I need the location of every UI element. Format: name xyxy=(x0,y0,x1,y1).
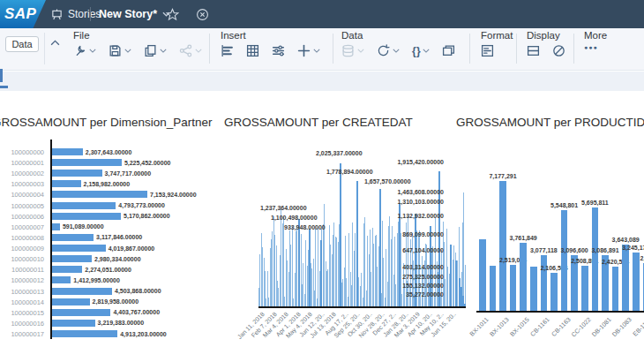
chart1-bar[interactable] xyxy=(52,298,90,305)
chart1-bar[interactable] xyxy=(52,213,121,220)
chart3-bar[interactable] xyxy=(479,239,486,311)
chart1-bar[interactable] xyxy=(52,245,106,252)
plus-icon xyxy=(297,44,311,57)
chart1-category-label: 100000009 xyxy=(4,245,44,253)
chart3-data-label: 3,086,891 xyxy=(591,247,618,253)
copy-button[interactable] xyxy=(144,44,167,57)
chart3-bar[interactable] xyxy=(541,255,548,311)
chart2-peak-bar[interactable] xyxy=(320,240,322,306)
chart1-bar[interactable] xyxy=(52,320,95,327)
chart2-bar[interactable] xyxy=(283,217,284,306)
chart3-bar[interactable] xyxy=(520,243,527,311)
favorite-button[interactable] xyxy=(166,8,179,21)
clipped-canvas-element-underline xyxy=(0,86,8,88)
chart3-bar[interactable] xyxy=(581,266,588,311)
toolbar-divider xyxy=(44,33,45,64)
chart2-data-label: 1,237,364.00000 xyxy=(260,205,307,211)
chevron-down-icon xyxy=(89,49,96,53)
chart1-data-label: 4,913,203.00000 xyxy=(120,331,167,337)
chart2-peak-bar[interactable] xyxy=(464,304,466,306)
chart1-data-label: 2,274,051.00000 xyxy=(85,267,131,273)
duplicate-window-button[interactable] xyxy=(442,44,455,57)
ellipsis-button[interactable]: ●●● xyxy=(584,44,598,50)
chart1-data-label: 5,170,862.00000 xyxy=(124,213,170,219)
script-braces-icon: { } xyxy=(412,45,420,57)
chevron-down-icon xyxy=(195,49,202,53)
chart1-bar[interactable] xyxy=(52,170,102,177)
chart1-bar[interactable] xyxy=(52,330,117,337)
chart1-bar[interactable] xyxy=(52,309,110,316)
chart1-bar[interactable] xyxy=(52,234,94,241)
chart1-data-label: 4,403,767.00000 xyxy=(113,309,160,315)
chart3-x-tick: DB-1081 xyxy=(590,316,611,337)
chart1-bar[interactable] xyxy=(52,223,60,230)
chart1-bar[interactable] xyxy=(52,191,147,198)
chart1-category-label: 100000012 xyxy=(4,276,44,284)
chart3-bar[interactable] xyxy=(633,253,640,311)
chart1-bar[interactable] xyxy=(52,202,116,209)
chart1-data-label: 2,980,334.00000 xyxy=(94,256,141,262)
chart3-bar[interactable] xyxy=(561,210,568,311)
chart3-bar[interactable] xyxy=(499,181,506,311)
refresh-button[interactable] xyxy=(377,44,400,57)
chart1-bar[interactable] xyxy=(52,159,122,166)
chart3-x-tick: BX-1013 xyxy=(489,316,510,337)
chart-button[interactable] xyxy=(221,44,234,57)
chart2-peak-bar[interactable] xyxy=(455,260,457,306)
story-toolbar: Data FileInsertData{ }FormatDisplayMore●… xyxy=(0,28,644,71)
chart1-category-label: 100000011 xyxy=(4,266,44,274)
chart3-bar[interactable] xyxy=(550,273,558,311)
examine-button[interactable] xyxy=(552,44,565,57)
chart1-bar[interactable] xyxy=(52,148,83,155)
chart1-data-label: 5,225,452.00000 xyxy=(124,160,171,166)
chart2-peak-bar[interactable] xyxy=(450,245,452,306)
chart1-category-label: 100000010 xyxy=(4,255,44,263)
nav-stories[interactable]: Stories xyxy=(51,8,101,20)
chart2-peak-bar[interactable] xyxy=(309,229,311,306)
chart2-bar[interactable] xyxy=(315,229,316,306)
story-title-menu[interactable]: New Story* xyxy=(99,8,170,20)
toolbar-section-label: More xyxy=(584,30,610,41)
save-button[interactable] xyxy=(109,44,131,57)
plus-button[interactable] xyxy=(297,44,320,57)
chart3-bar[interactable] xyxy=(592,207,599,311)
chart3-bar[interactable] xyxy=(510,265,517,311)
chart1-bar[interactable] xyxy=(52,288,112,295)
filter-sliders-button[interactable] xyxy=(272,44,285,57)
chart3-bar[interactable] xyxy=(612,267,619,311)
chart2-data-label: 869,099.00000 xyxy=(338,231,444,238)
chart1-data-label: 7,153,924.00000 xyxy=(150,192,197,198)
chart3-bar[interactable] xyxy=(622,245,629,311)
chart3-bar[interactable] xyxy=(530,267,537,311)
ellipsis-icon: ●●● xyxy=(584,44,598,50)
chart3-bar[interactable] xyxy=(490,266,497,311)
canvas-top-strip xyxy=(0,72,644,91)
close-story-button[interactable] xyxy=(196,8,209,21)
sap-logo-text: SAP xyxy=(4,5,36,23)
table-button[interactable] xyxy=(246,44,259,57)
story-canvas[interactable]: GROSSAMOUNT per Dimension_Partner GROSSA… xyxy=(0,91,644,362)
chart2-data-label: 275,325.00000 xyxy=(338,274,444,280)
chart3-data-label: 7,177,291 xyxy=(489,173,516,179)
chart2-bar[interactable] xyxy=(465,265,466,306)
chart2-data-label: 1,132,932.00000 xyxy=(338,213,444,219)
tab-data[interactable]: Data xyxy=(5,36,39,52)
script-braces-button[interactable]: { } xyxy=(412,45,430,57)
chart1-category-label: 100000000 xyxy=(4,148,44,156)
chart1-bar[interactable] xyxy=(52,266,82,273)
chart1-bar[interactable] xyxy=(52,255,92,262)
chart2-peak-bar[interactable] xyxy=(298,219,300,306)
chart1-data-label: 4,793,773.00000 xyxy=(118,202,165,208)
chart1-bar[interactable] xyxy=(52,276,71,283)
chart1-bar[interactable] xyxy=(52,180,81,187)
sap-analytics-cloud-window: SAP Stories New Story* xyxy=(0,0,644,362)
toolbar-section-insert: Insert xyxy=(221,30,333,57)
format-panel-button[interactable] xyxy=(481,44,494,57)
chevron-down-icon xyxy=(313,49,320,53)
wrench-button[interactable] xyxy=(73,44,96,57)
collapse-toolbar-button[interactable] xyxy=(50,34,60,49)
split-layout-button[interactable] xyxy=(527,44,540,57)
chart2-bar[interactable] xyxy=(292,226,293,306)
datasource-icon xyxy=(341,44,355,57)
chart1-category-label: 100000008 xyxy=(4,234,44,242)
